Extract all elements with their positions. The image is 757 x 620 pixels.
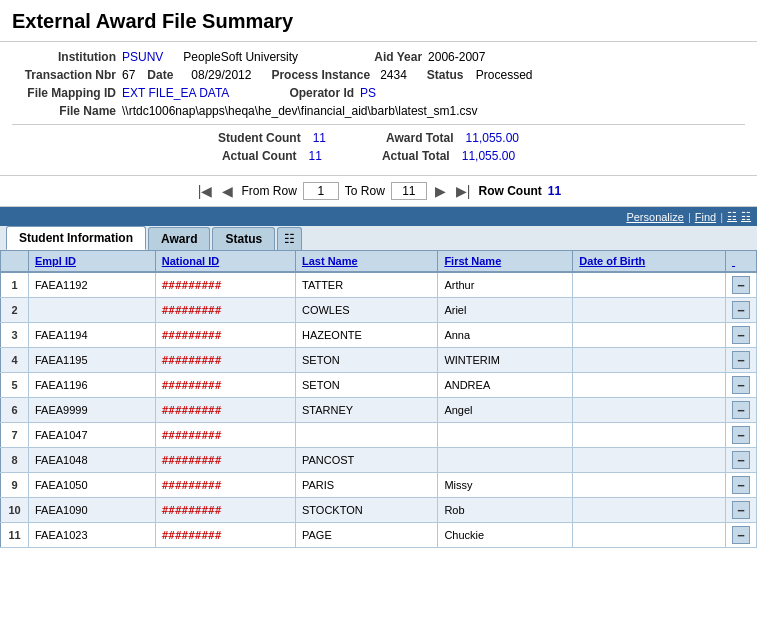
col-header-last-name[interactable]: Last Name	[295, 251, 437, 273]
table-row: 11FAEA1023#########PAGEChuckie−	[1, 523, 757, 548]
table-row: 6FAEA9999#########STARNEYAngel−	[1, 398, 757, 423]
from-row-input[interactable]	[303, 182, 339, 200]
row-cell-dob	[573, 448, 726, 473]
tab-award[interactable]: Award	[148, 227, 210, 250]
transaction-nbr-value: 67	[122, 68, 135, 82]
info-row-counts2: Actual Count 11 Actual Total 11,055.00	[12, 149, 745, 163]
remove-row-button[interactable]: −	[732, 501, 750, 519]
national-id-value: #########	[162, 404, 222, 417]
divider-1	[12, 124, 745, 125]
grid-icon[interactable]: ☷	[741, 210, 751, 223]
row-cell-last-name: COWLES	[295, 298, 437, 323]
remove-row-button[interactable]: −	[732, 526, 750, 544]
find-link[interactable]: Find	[695, 211, 716, 223]
remove-row-button[interactable]: −	[732, 351, 750, 369]
info-row-filename: File Name \\rtdc1006nap\apps\heqa\he_dev…	[12, 104, 745, 118]
national-id-value: #########	[162, 329, 222, 342]
grid-container: Personalize | Find | ☷ ☷ Student Informa…	[0, 207, 757, 548]
row-num-cell: 11	[1, 523, 29, 548]
row-num-cell: 7	[1, 423, 29, 448]
table-row: 2#########COWLESAriel−	[1, 298, 757, 323]
tab-status[interactable]: Status	[212, 227, 275, 250]
table-header-row: Empl ID National ID Last Name First Name…	[1, 251, 757, 273]
next-page-button[interactable]: ▶	[433, 183, 448, 199]
view-all-icon[interactable]: ☷	[727, 210, 737, 223]
row-cell-last-name: STARNEY	[295, 398, 437, 423]
col-header-first-name[interactable]: First Name	[438, 251, 573, 273]
row-cell-first-name: Angel	[438, 398, 573, 423]
row-cell-national-id: #########	[155, 348, 295, 373]
col-header-dob[interactable]: Date of Birth	[573, 251, 726, 273]
row-action-cell: −	[726, 498, 757, 523]
row-cell-national-id: #########	[155, 423, 295, 448]
table-row: 10FAEA1090#########STOCKTONRob−	[1, 498, 757, 523]
remove-row-button[interactable]: −	[732, 376, 750, 394]
first-page-button[interactable]: |◀	[196, 183, 215, 199]
table-row: 7FAEA1047#########−	[1, 423, 757, 448]
date-label: Date	[147, 68, 187, 82]
info-row-filemapping: File Mapping ID EXT FILE_EA DATA Operato…	[12, 86, 745, 100]
remove-row-button[interactable]: −	[732, 326, 750, 344]
row-cell-first-name	[438, 448, 573, 473]
row-action-cell: −	[726, 373, 757, 398]
row-cell-national-id: #########	[155, 448, 295, 473]
institution-label: Institution	[12, 50, 122, 64]
remove-row-button[interactable]: −	[732, 276, 750, 294]
row-num-cell: 9	[1, 473, 29, 498]
data-table: Empl ID National ID Last Name First Name…	[0, 250, 757, 548]
remove-row-button[interactable]: −	[732, 476, 750, 494]
row-cell-last-name: HAZEONTE	[295, 323, 437, 348]
row-cell-national-id: #########	[155, 523, 295, 548]
table-row: 9FAEA1050#########PARISMissy−	[1, 473, 757, 498]
row-num-cell: 1	[1, 272, 29, 298]
row-cell-empl-id: FAEA1047	[29, 423, 156, 448]
grid-toolbar: Personalize | Find | ☷ ☷	[0, 207, 757, 226]
toolbar-sep1: |	[688, 211, 691, 223]
row-cell-dob	[573, 298, 726, 323]
remove-row-button[interactable]: −	[732, 401, 750, 419]
row-cell-first-name: Ariel	[438, 298, 573, 323]
national-id-value: #########	[162, 529, 222, 542]
row-cell-national-id: #########	[155, 473, 295, 498]
table-row: 8FAEA1048#########PANCOST−	[1, 448, 757, 473]
row-cell-first-name: Arthur	[438, 272, 573, 298]
col-header-empl-id[interactable]: Empl ID	[29, 251, 156, 273]
row-cell-last-name: SETON	[295, 373, 437, 398]
row-cell-empl-id: FAEA1050	[29, 473, 156, 498]
row-cell-empl-id: FAEA1048	[29, 448, 156, 473]
row-action-cell: −	[726, 323, 757, 348]
row-cell-dob	[573, 498, 726, 523]
row-cell-empl-id: FAEA1090	[29, 498, 156, 523]
row-cell-last-name: STOCKTON	[295, 498, 437, 523]
prev-page-button[interactable]: ◀	[220, 183, 235, 199]
row-cell-last-name: PAGE	[295, 523, 437, 548]
to-row-input[interactable]	[391, 182, 427, 200]
status-label: Status	[427, 68, 472, 82]
row-num-cell: 3	[1, 323, 29, 348]
col-header-national-id[interactable]: National ID	[155, 251, 295, 273]
operator-id-label: Operator Id	[289, 86, 360, 100]
actual-count-label: Actual Count	[222, 149, 303, 163]
remove-row-button[interactable]: −	[732, 301, 750, 319]
row-num-cell: 8	[1, 448, 29, 473]
row-num-cell: 6	[1, 398, 29, 423]
row-cell-first-name	[438, 423, 573, 448]
row-count-label: Row Count	[478, 184, 541, 198]
row-cell-last-name: TATTER	[295, 272, 437, 298]
aid-year-value: 2006-2007	[428, 50, 485, 64]
row-cell-dob	[573, 272, 726, 298]
aid-year-label: Aid Year	[358, 50, 428, 64]
row-action-cell: −	[726, 473, 757, 498]
remove-row-button[interactable]: −	[732, 426, 750, 444]
row-cell-dob	[573, 523, 726, 548]
national-id-value: #########	[162, 504, 222, 517]
tab-student-information[interactable]: Student Information	[6, 226, 146, 250]
row-cell-dob	[573, 373, 726, 398]
remove-row-button[interactable]: −	[732, 451, 750, 469]
tab-icon[interactable]: ☷	[277, 227, 302, 250]
student-count-label: Student Count	[218, 131, 307, 145]
tab-row: Student Information Award Status ☷	[0, 226, 757, 250]
personalize-link[interactable]: Personalize	[626, 211, 683, 223]
row-cell-national-id: #########	[155, 498, 295, 523]
last-page-button[interactable]: ▶|	[454, 183, 473, 199]
